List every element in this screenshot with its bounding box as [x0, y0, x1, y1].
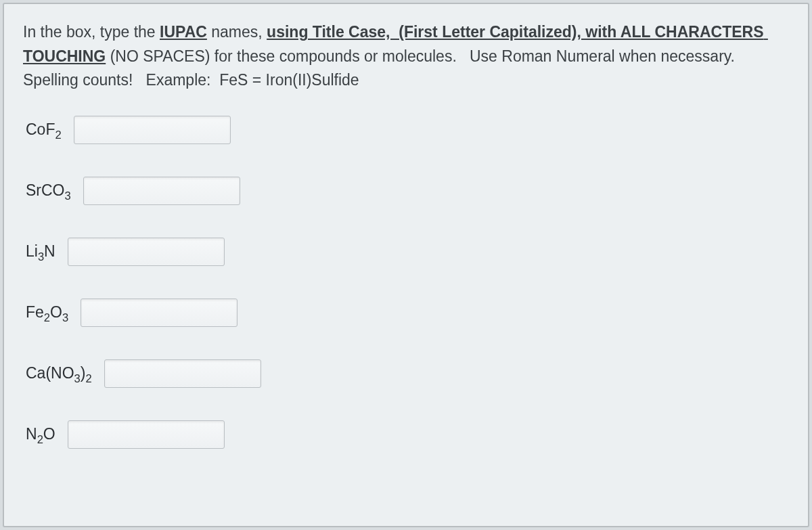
formula-label: Ca(NO3)2: [26, 364, 92, 382]
answer-input[interactable]: [83, 177, 240, 205]
compound-row: Ca(NO3)2: [26, 359, 789, 388]
answer-input[interactable]: [68, 420, 225, 449]
instructions-text: In the box, type the IUPAC names, using …: [23, 20, 789, 93]
answer-input[interactable]: [68, 238, 225, 266]
formula-label: Li3N: [26, 242, 55, 261]
compound-row: CoF2: [26, 116, 789, 144]
instruction-segment: names,: [207, 23, 267, 41]
formula-label: N2O: [26, 425, 55, 443]
answer-input[interactable]: [81, 299, 238, 327]
formula-label: Fe2O3: [26, 303, 68, 322]
answer-input[interactable]: [74, 116, 231, 144]
instruction-segment: IUPAC: [160, 23, 207, 41]
compound-row: Fe2O3: [26, 299, 789, 327]
formula-label: SrCO3: [26, 181, 71, 200]
answer-input[interactable]: [104, 359, 261, 388]
instruction-segment: (NO SPACES) for these compounds or molec…: [23, 47, 744, 89]
compound-rows: CoF2 SrCO3 Li3N Fe2O3 Ca(NO3)2 N2O: [23, 116, 789, 449]
question-sheet: In the box, type the IUPAC names, using …: [3, 3, 809, 527]
compound-row: SrCO3: [26, 177, 789, 205]
compound-row: Li3N: [26, 238, 789, 266]
formula-label: CoF2: [26, 120, 62, 139]
compound-row: N2O: [26, 420, 789, 449]
instruction-segment: In the box, type the: [23, 23, 160, 41]
